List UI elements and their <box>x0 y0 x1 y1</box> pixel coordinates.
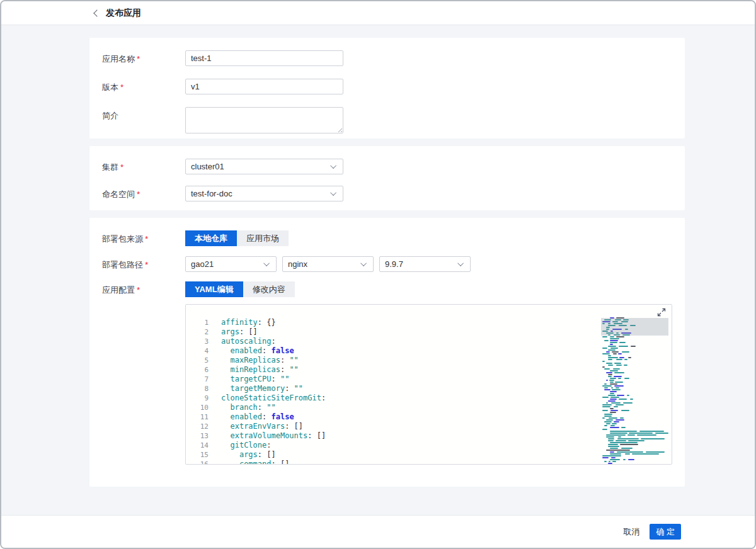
chevron-left-icon <box>93 9 100 16</box>
chart-version-select[interactable]: 9.9.7 <box>379 256 471 272</box>
code-line[interactable]: 8 targetMemory: "" <box>186 384 672 393</box>
cluster-row: 集群* cluster01 <box>102 159 685 174</box>
code-text: cloneStaticSiteFromGit: <box>221 393 326 403</box>
code-text: args: [] <box>221 327 258 337</box>
tab-modify-content[interactable]: 修改内容 <box>243 281 295 297</box>
namespace-label: 命名空间* <box>102 186 185 201</box>
code-text: maxReplicas: "" <box>221 356 299 365</box>
app-config-toggle: YAML编辑 修改内容 <box>185 281 295 297</box>
code-line[interactable]: 7 targetCPU: "" <box>186 375 672 384</box>
cluster-select[interactable]: cluster01 <box>185 159 343 174</box>
select-value: gao21 <box>191 259 214 269</box>
required-mark: * <box>137 54 140 64</box>
code-text: affinity: {} <box>221 318 276 327</box>
chart-select[interactable]: nginx <box>282 256 374 272</box>
intro-label: 简介 <box>102 107 185 133</box>
code-text: branch: "" <box>221 403 276 412</box>
code-text: enabled: false <box>221 412 294 422</box>
line-number: 16 <box>186 460 209 465</box>
app-name-label: 应用名称* <box>102 50 185 66</box>
label-text: 命名空间 <box>102 190 135 199</box>
footer-bar: 取消 确 定 <box>1 515 755 548</box>
cluster-card: 集群* cluster01 命名空间* test-for-doc <box>89 146 685 210</box>
package-source-row: 部署包来源* 本地仓库 应用市场 <box>102 230 685 246</box>
page-title: 发布应用 <box>106 8 141 19</box>
yaml-editor-row: 1affinity: {}2args: []3autoscaling:4 ena… <box>102 304 685 465</box>
app-name-input[interactable] <box>185 50 343 66</box>
namespace-row: 命名空间* test-for-doc <box>102 186 685 201</box>
line-number: 11 <box>186 412 209 422</box>
tab-app-market[interactable]: 应用市场 <box>237 230 289 246</box>
cluster-label: 集群* <box>102 159 185 174</box>
label-text: 应用名称 <box>102 54 135 64</box>
version-input[interactable] <box>185 79 343 94</box>
tab-local-repo[interactable]: 本地仓库 <box>185 230 237 246</box>
code-text: extraEnvVars: [] <box>221 422 303 431</box>
line-number: 12 <box>186 422 209 431</box>
minimap[interactable] <box>601 317 668 465</box>
basic-info-card: 应用名称* 版本* 简介 <box>89 38 685 139</box>
code-line[interactable]: 11 enabled: false <box>186 412 672 422</box>
select-value: cluster01 <box>191 162 224 171</box>
label-text: 应用配置 <box>102 285 135 295</box>
intro-textarea[interactable] <box>185 107 343 133</box>
code-line[interactable]: 6 minReplicas: "" <box>186 365 672 375</box>
code-text: targetMemory: "" <box>221 384 303 393</box>
line-number: 9 <box>186 393 209 403</box>
line-number: 6 <box>186 365 209 375</box>
line-number: 15 <box>186 450 209 460</box>
select-value: test-for-doc <box>191 189 232 198</box>
select-value: 9.9.7 <box>385 259 403 269</box>
code-line[interactable]: 15 args: [] <box>186 450 672 460</box>
expand-icon[interactable] <box>656 307 667 317</box>
code-line[interactable]: 3autoscaling: <box>186 337 672 346</box>
label-text: 版本 <box>102 82 118 92</box>
intro-row: 简介 <box>102 107 685 133</box>
chevron-down-icon <box>330 162 336 169</box>
code-text: enabled: false <box>221 346 294 356</box>
line-number: 7 <box>186 375 209 384</box>
confirm-button[interactable]: 确 定 <box>650 524 681 540</box>
label-text: 部署包来源 <box>102 234 143 244</box>
cancel-button[interactable]: 取消 <box>623 526 639 538</box>
minimap-slider[interactable] <box>601 318 668 336</box>
yaml-editor[interactable]: 1affinity: {}2args: []3autoscaling:4 ena… <box>185 304 672 465</box>
app-config-label: 应用配置* <box>102 281 185 297</box>
code-line[interactable]: 14 gitClone: <box>186 441 672 450</box>
namespace-select[interactable]: test-for-doc <box>185 186 343 201</box>
code-line[interactable]: 13 extraVolumeMounts: [] <box>186 431 672 441</box>
package-source-label: 部署包来源* <box>102 230 185 246</box>
app-config-row: 应用配置* YAML编辑 修改内容 <box>102 281 685 297</box>
package-path-label: 部署包路径* <box>102 256 185 272</box>
select-value: nginx <box>288 259 307 269</box>
label-text: 部署包路径 <box>102 260 143 269</box>
version-label: 版本* <box>102 79 185 94</box>
code-line[interactable]: 2args: [] <box>186 327 672 337</box>
line-number: 1 <box>186 318 209 327</box>
package-path-row: 部署包路径* gao21 nginx 9.9.7 <box>102 256 685 272</box>
line-number: 14 <box>186 441 209 450</box>
line-number: 3 <box>186 337 209 346</box>
code-line[interactable]: 1affinity: {} <box>186 318 672 327</box>
code-line[interactable]: 12 extraEnvVars: [] <box>186 422 672 431</box>
line-number: 8 <box>186 384 209 393</box>
code-text: autoscaling: <box>221 337 276 346</box>
required-mark: * <box>120 82 123 92</box>
editor-spacer <box>102 304 185 465</box>
code-text: args: [] <box>221 450 276 460</box>
code-line[interactable]: 5 maxReplicas: "" <box>186 356 672 365</box>
line-number: 10 <box>186 403 209 412</box>
editor-lines[interactable]: 1affinity: {}2args: []3autoscaling:4 ena… <box>186 305 672 465</box>
line-number: 4 <box>186 346 209 356</box>
code-line[interactable]: 10 branch: "" <box>186 403 672 412</box>
repo-select[interactable]: gao21 <box>185 256 277 272</box>
tab-yaml-edit[interactable]: YAML编辑 <box>185 281 243 297</box>
main-content: 应用名称* 版本* 简介 <box>1 25 755 515</box>
code-line[interactable]: 9cloneStaticSiteFromGit: <box>186 393 672 403</box>
back-button[interactable] <box>94 11 106 16</box>
required-mark: * <box>120 162 123 172</box>
code-line[interactable]: 4 enabled: false <box>186 346 672 356</box>
chevron-down-icon <box>360 260 367 266</box>
required-mark: * <box>145 260 148 269</box>
code-line[interactable]: 16 command: [] <box>186 460 672 465</box>
